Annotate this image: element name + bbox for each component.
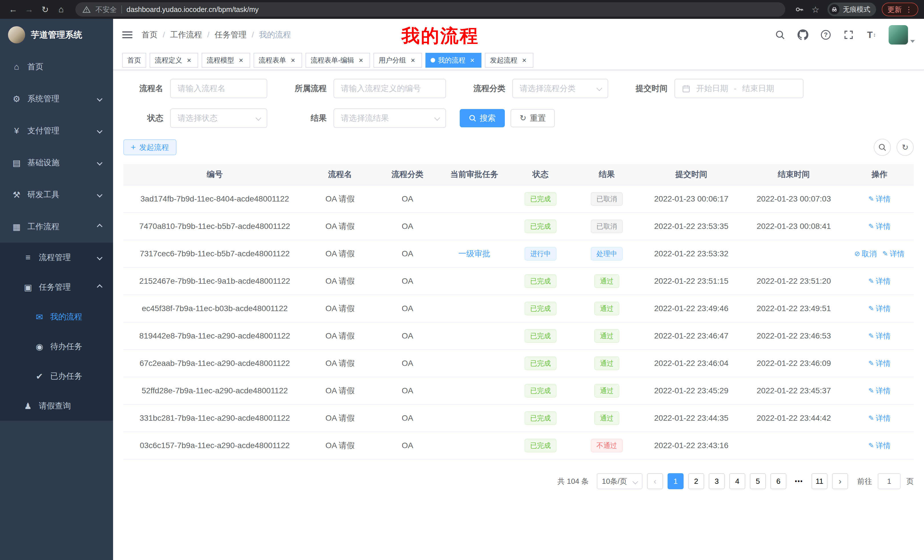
star-icon[interactable]: ☆ [808,2,823,17]
category-select[interactable]: 请选择流程分类 [512,79,608,98]
tab[interactable]: 流程模型 × [202,53,250,67]
toggle-search-button[interactable] [874,139,891,156]
close-icon[interactable]: × [237,56,245,64]
sidebar-item[interactable]: ✉ 我的流程 [0,302,113,332]
status-badge: 已完成 [525,384,556,398]
result-cell: 不通过 [573,432,640,459]
sidebar-item[interactable]: ✔ 已办任务 [0,361,113,391]
sidebar-item[interactable]: ⚙ 系统管理 [0,83,113,115]
page-number-button[interactable]: 6 [770,473,786,489]
status-select[interactable]: 请选择状态 [170,108,267,128]
page-number-button[interactable]: 2 [688,473,704,489]
tab[interactable]: 用户分组 × [374,53,422,67]
breadcrumb-link[interactable]: 我的流程 [259,29,291,40]
row-action-link[interactable]: ✎ 详情 [868,331,891,341]
close-icon[interactable]: × [468,56,476,64]
fullscreen-icon[interactable] [843,29,854,40]
user-menu[interactable] [889,25,915,45]
goto-page-input[interactable] [878,473,901,489]
page-number-button[interactable]: ••• [791,473,807,489]
workflow-icon: ▦ [11,222,22,232]
search-icon[interactable] [774,29,786,40]
owner-process-label: 所属流程 [281,83,327,94]
tab[interactable]: 流程表单 × [254,53,302,67]
next-page-button[interactable]: › [832,473,848,489]
sidebar-item[interactable]: ≡ 流程管理 [0,243,113,272]
close-icon[interactable]: × [357,56,365,64]
row-action-link[interactable]: ✎ 详情 [868,194,891,204]
tab-label: 流程表单 [259,55,286,65]
end-time [742,432,845,459]
page-size-select[interactable]: 10条/页 [597,473,642,489]
logo-avatar [8,26,25,43]
tab[interactable]: 流程表单-编辑 × [306,53,370,67]
breadcrumb: 首页 / 工作流程 / 任务管理 / 我的流程 [142,29,291,40]
prev-page-button[interactable]: ‹ [647,473,663,489]
result-select[interactable]: 请选择流结果 [333,108,446,128]
update-button[interactable]: 更新 ⋮ [882,3,918,16]
row-action-link[interactable]: ✎ 详情 [868,441,891,451]
process-definition-input[interactable] [333,79,446,98]
breadcrumb-link[interactable]: 工作流程 [170,29,202,40]
row-action-link[interactable]: ✎ 详情 [868,304,891,314]
row-action-link[interactable]: ✎ 详情 [868,413,891,423]
sidebar-item[interactable]: ⚒ 研发工具 [0,179,113,211]
row-action-link[interactable]: ✎ 详情 [868,276,891,286]
tab[interactable]: 流程定义 × [150,53,198,67]
row-action-link[interactable]: ✎ 详情 [868,358,891,368]
close-icon[interactable]: × [520,56,528,64]
forward-icon[interactable]: → [22,2,36,17]
breadcrumb-link[interactable]: 任务管理 [215,29,247,40]
page-number-button[interactable]: 11 [812,473,828,489]
row-action-link[interactable]: ⊘ 取消 [854,249,877,259]
back-icon[interactable]: ← [6,2,21,17]
column-header: 操作 [845,164,914,185]
refresh-table-button[interactable]: ↻ [897,139,914,156]
menu-dots-icon[interactable]: ⋮ [905,5,913,14]
github-icon[interactable] [797,29,808,40]
annotation-text: 我的流程 [402,23,479,48]
submit-time: 2022-01-22 23:46:04 [640,350,742,377]
row-actions: ⊘ 取消 ✎ 详情 [845,240,914,267]
edit-icon: ✎ [868,442,874,449]
tab[interactable]: 发起流程 × [485,53,533,67]
row-action-link[interactable]: ✎ 详情 [868,222,891,232]
hamburger-icon[interactable] [122,31,132,38]
close-icon[interactable]: × [289,56,297,64]
reload-icon[interactable]: ↻ [38,2,52,17]
help-icon[interactable]: ? [820,29,831,40]
page-number-button[interactable]: 1 [668,473,684,489]
breadcrumb-link[interactable]: 首页 [142,29,158,40]
row-action-link[interactable]: ✎ 详情 [868,386,891,396]
process-name-input[interactable] [170,79,267,98]
date-range-picker[interactable]: 开始日期 - 结束日期 [675,79,804,98]
reset-button[interactable]: ↻ 重置 [510,109,555,127]
sidebar-item[interactable]: ◉ 待办任务 [0,332,113,361]
sidebar-item[interactable]: ▣ 任务管理 [0,272,113,302]
row-action-link[interactable]: ✎ 详情 [882,249,904,259]
address-bar[interactable]: 不安全 dashboard.yudao.iocoder.cn/bpm/task/… [75,2,785,16]
close-icon[interactable]: × [409,56,417,64]
create-process-button[interactable]: + 发起流程 [123,139,177,155]
sidebar-item[interactable]: ⌂ 首页 [0,51,113,83]
sidebar-item[interactable]: ▦ 工作流程 [0,211,113,243]
sidebar-item[interactable]: ▤ 基础设施 [0,147,113,179]
close-icon[interactable]: × [185,56,193,64]
tab[interactable]: 我的流程 × [426,53,482,67]
sidebar-item[interactable]: ♟ 请假查询 [0,391,113,421]
tab[interactable]: 首页 [122,53,146,67]
page-number-button[interactable]: 3 [709,473,725,489]
process-name: OA 请假 [306,240,374,267]
page-number-button[interactable]: 4 [729,473,745,489]
key-icon[interactable] [792,2,807,17]
search-button[interactable]: 搜索 [460,109,505,127]
result-badge: 已取消 [591,220,623,233]
browser-home-icon[interactable]: ⌂ [54,2,69,17]
sidebar-item[interactable]: ¥ 支付管理 [0,115,113,147]
chevron-down-icon [597,85,602,91]
process-name: OA 请假 [306,268,374,295]
current-task-link[interactable]: 一级审批 [458,248,490,259]
result-badge: 已取消 [591,192,623,206]
font-size-icon[interactable]: T↕ [866,29,877,40]
page-number-button[interactable]: 5 [750,473,766,489]
